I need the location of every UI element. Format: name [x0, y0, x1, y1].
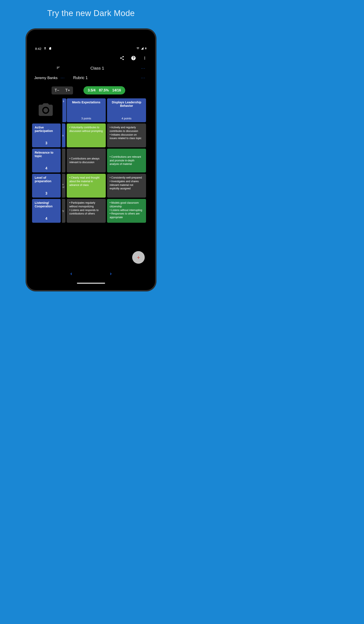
criterion-name: Listening/ Cooperation: [35, 201, 58, 208]
cell-text: • Consistently well-prepared • Investiga…: [110, 176, 143, 190]
criterion-cell[interactable]: Relevance to topic 4: [32, 149, 61, 172]
criterion-score: 3: [35, 141, 58, 145]
student-name[interactable]: Jeremy Banks: [34, 76, 58, 80]
help-icon[interactable]: [131, 55, 136, 61]
score-percent: 87.5%: [99, 88, 109, 92]
promo-title: Try the new Dark Mode: [47, 9, 135, 18]
rubric-grid: s Meets Expectations 3 points Displays L…: [30, 98, 152, 223]
cell-text: • Voluntarily contributes to discussion …: [69, 126, 103, 133]
cell-text: • Actively and regularly contributes to …: [110, 126, 143, 140]
class-more-icon[interactable]: ⋮: [141, 67, 146, 70]
status-bar: 8:42: [30, 44, 152, 53]
home-indicator[interactable]: [77, 283, 105, 284]
cell-text: • Contributions are always relevant to d…: [69, 157, 103, 164]
sort-icon[interactable]: [56, 66, 61, 71]
rubric-label[interactable]: Rubric 1: [73, 76, 88, 80]
wifi-icon: [136, 47, 140, 51]
rubric-cell[interactable]: • Participates regularly without monopol…: [67, 199, 106, 223]
phone-screen: 8:42: [30, 34, 152, 286]
column-header-leadership[interactable]: Displays Leadership Behavior 4 points: [107, 98, 146, 122]
signal-icon: [141, 47, 144, 51]
phone-side-button-1: [156, 97, 156, 112]
phone-side-button-2: [156, 134, 156, 164]
criterion-name: Level of preparation: [35, 176, 58, 183]
camera-cell[interactable]: s: [32, 98, 65, 122]
action-bar: [30, 53, 152, 64]
rubric-cell[interactable]: • Voluntarily contributes to discussion …: [67, 124, 106, 147]
score-total: 14/16: [112, 88, 121, 92]
cell-sliver: [62, 149, 65, 172]
score-avg: 3.5/4: [88, 88, 96, 92]
column-title: Displays Leadership Behavior: [110, 101, 143, 107]
rubric-cell[interactable]: • Consistently well-prepared • Investiga…: [107, 174, 146, 198]
column-header-meets[interactable]: Meets Expectations 3 points: [67, 98, 106, 122]
student-more-icon[interactable]: ⋮: [60, 76, 65, 80]
cell-sliver: s: [62, 124, 65, 147]
cell-text: • Models good classroom citizenship • Li…: [110, 201, 143, 219]
text-increase-button[interactable]: T+: [62, 86, 73, 95]
column-points: 3 points: [69, 117, 103, 120]
download-icon: [44, 47, 47, 51]
criterion-score: 4: [35, 166, 58, 170]
criterion-cell[interactable]: Active participation 3: [32, 124, 61, 147]
prev-arrow[interactable]: [69, 271, 73, 278]
cell-text: • Clearly read and thought about the mat…: [69, 176, 103, 187]
battery-icon: [145, 47, 147, 51]
criterion-name: Active participation: [35, 126, 58, 133]
criterion-cell[interactable]: Level of preparation 3: [32, 174, 61, 198]
column-title: Meets Expectations: [69, 101, 103, 104]
text-size-controls: T− T+: [52, 86, 73, 95]
criterion-score: 3: [35, 192, 58, 195]
camera-icon: [36, 102, 55, 119]
cell-text: • Participates regularly without monopol…: [69, 201, 103, 216]
criterion-cell[interactable]: Listening/ Cooperation 4: [32, 199, 61, 223]
rubric-cell[interactable]: • Actively and regularly contributes to …: [107, 124, 146, 147]
class-label[interactable]: Class 1: [90, 66, 104, 71]
cell-text: • Contributions are relevant and promote…: [110, 155, 143, 166]
sd-card-icon: [49, 47, 52, 51]
rubric-cell[interactable]: • Models good classroom citizenship • Li…: [107, 199, 146, 223]
plus-icon: +: [137, 254, 140, 261]
phone-frame: 8:42: [26, 29, 156, 291]
cell-sliver: e or: [62, 174, 65, 198]
rubric-cell[interactable]: • Clearly read and thought about the mat…: [67, 174, 106, 198]
column-points: 4 points: [110, 117, 143, 120]
nav-arrows: [30, 271, 152, 278]
rubric-more-icon[interactable]: ⋮: [141, 76, 146, 80]
text-decrease-button[interactable]: T−: [52, 86, 62, 95]
cell-sliver: ly: [62, 199, 65, 223]
status-time: 8:42: [35, 47, 41, 51]
more-icon[interactable]: [143, 56, 147, 61]
share-icon[interactable]: [120, 56, 124, 61]
next-arrow[interactable]: [109, 271, 113, 278]
criterion-name: Relevance to topic: [35, 151, 58, 158]
score-pill[interactable]: 3.5/4 87.5% 14/16: [83, 86, 125, 95]
header-sliver: s: [62, 98, 66, 122]
criterion-score: 4: [35, 217, 58, 221]
add-button[interactable]: +: [132, 251, 145, 264]
rubric-cell[interactable]: • Contributions are always relevant to d…: [67, 149, 106, 172]
rubric-cell[interactable]: • Contributions are relevant and promote…: [107, 149, 146, 172]
